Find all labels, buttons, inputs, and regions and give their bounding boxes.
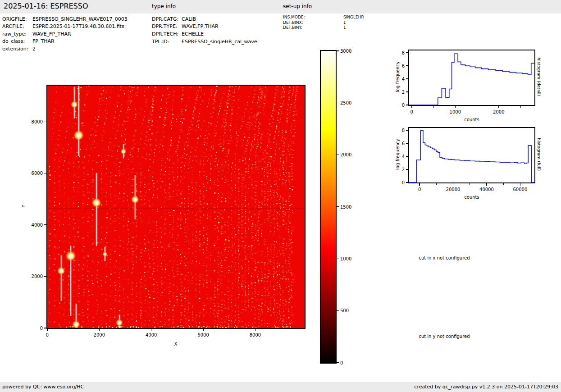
colorbar-tick-label: 1000 xyxy=(340,256,363,262)
setup-info-label: INS.MODE: xyxy=(283,15,305,19)
main-ytick xyxy=(44,224,46,225)
histogram_full-xtick-label: 40000 xyxy=(471,187,502,192)
histogram_detail-xminortick xyxy=(520,106,521,108)
histogram_full-ytick-label: 4 xyxy=(388,154,405,160)
file-info-value: WAVE_FP_THAR xyxy=(32,31,71,37)
file-info-value: ESPRE.2025-01-17T19:48:30.601.fits xyxy=(32,23,124,29)
histogram_full-ytick-label: 0 xyxy=(388,180,405,186)
raw-frame-canvas xyxy=(47,86,305,328)
histogram_detail-ytick-label: 2 xyxy=(388,89,405,95)
histogram_full-xtick xyxy=(453,183,453,186)
main-ytick xyxy=(44,122,46,122)
main-xtick-label: 2000 xyxy=(86,332,113,338)
hist-full-xlabel: counts xyxy=(449,195,494,200)
histogram_full-xtick xyxy=(419,183,420,186)
histogram_detail-xtick-label: 1000 xyxy=(439,109,471,115)
colorbar-tick xyxy=(337,206,339,207)
footer-left-text: powered by QC: www.eso.org/HC xyxy=(2,382,84,392)
histogram_detail-ytick xyxy=(406,105,408,105)
histogram_detail-ytick xyxy=(406,78,408,79)
colorbar-tick xyxy=(337,259,339,259)
file-info-label: ORIGFILE: xyxy=(2,16,27,22)
histogram_detail-xtick xyxy=(498,106,499,108)
colorbar-tick xyxy=(337,362,339,363)
main-ytick xyxy=(44,276,46,277)
histogram_full-xtick-label: 60000 xyxy=(504,187,536,192)
main-xtick xyxy=(203,329,203,331)
footer-right-text: created by qc_rawdisp.py v1.2.3 on 2025-… xyxy=(414,382,558,392)
type-info-label: TPL.ID: xyxy=(152,39,169,45)
hist-detail-xlabel: counts xyxy=(449,117,494,122)
type-info-value: WAVE,FP,THAR xyxy=(182,23,219,29)
colorbar-tick-label: 1500 xyxy=(340,204,363,210)
main-ytick-label: 6000 xyxy=(21,170,43,176)
histogram_detail-ytick xyxy=(406,91,408,92)
main-xtick xyxy=(47,329,47,331)
histogram_full-xtick-label: 0 xyxy=(404,187,435,192)
main-xlabel: X xyxy=(153,342,198,346)
histogram_full-xminortick xyxy=(503,183,504,185)
type-info-label: DPR.CATG: xyxy=(152,16,178,22)
setup-info-value: 1 xyxy=(343,20,346,25)
file-info-label: raw_type: xyxy=(2,31,27,37)
main-xtick-label: 4000 xyxy=(138,332,165,338)
type-info-label: DPR.TECH: xyxy=(152,31,178,37)
qc-report-page: 2025-01-16: ESPRESSO type info set-up in… xyxy=(0,0,561,392)
file-info-value: 2 xyxy=(32,46,36,52)
colorbar-tick xyxy=(337,103,339,103)
colorbar-tick xyxy=(337,155,339,155)
file-info-label: extension: xyxy=(2,46,28,52)
colorbar-tick-label: 2500 xyxy=(340,100,363,106)
histogram_detail-xtick-label: 0 xyxy=(396,109,428,115)
setup-info-heading: set-up info xyxy=(283,3,312,9)
histogram_full-ytick-label: 6 xyxy=(388,141,405,146)
histogram_full-path xyxy=(409,131,534,182)
setup-info-value: SINGLEHR xyxy=(343,15,364,19)
header-bar: 2025-01-16: ESPRESSO type info set-up in… xyxy=(0,0,561,14)
histogram-full-line xyxy=(409,128,534,182)
histogram_full-ytick xyxy=(406,169,408,169)
colorbar-tick-label: 0 xyxy=(340,360,363,366)
histogram_full-ytick xyxy=(406,143,408,143)
cut-x-note: cut in x not configured xyxy=(377,255,512,260)
hist-full-title: histogram (full) xyxy=(537,125,542,184)
type-info-value: ESPRESSO_singleHR_cal_wave xyxy=(182,39,257,45)
type-info-label: DPR.TYPE: xyxy=(152,23,178,29)
setup-info-value: 1 xyxy=(343,25,346,30)
histogram_full-ytick xyxy=(406,182,408,182)
type-info-value: CALIB xyxy=(182,16,196,22)
main-ytick xyxy=(44,328,46,328)
main-ytick-label: 4000 xyxy=(21,222,43,228)
main-ytick-label: 2000 xyxy=(21,273,43,279)
main-xtick-label: 0 xyxy=(34,332,61,338)
setup-info-label: DET.BINY: xyxy=(283,25,302,30)
histogram_detail-xtick xyxy=(411,106,412,108)
histogram_detail-ytick-label: 0 xyxy=(388,102,405,108)
histogram_full-ytick xyxy=(406,130,408,130)
type-info-heading: type info xyxy=(152,3,176,9)
colorbar-tick xyxy=(337,50,339,51)
cut-y-note: cut in y not configured xyxy=(377,334,512,339)
histogram_detail-xtick-label: 2000 xyxy=(483,109,515,115)
main-xtick-label: 8000 xyxy=(242,332,269,338)
histogram_full-xminortick xyxy=(470,183,470,185)
colorbar-tick-label: 500 xyxy=(340,308,363,314)
setup-info-label: DET.BINX: xyxy=(283,20,303,25)
file-info-value: FP_THAR xyxy=(32,38,55,44)
histogram_full-xtick xyxy=(520,183,520,186)
histogram_detail-xminortick xyxy=(433,106,434,108)
footer-bar: powered by QC: www.eso.org/HC created by… xyxy=(0,382,561,392)
hist-detail-title: histogram (detail) xyxy=(537,48,542,106)
histogram-detail-line xyxy=(409,50,534,105)
colorbar-tick-label: 2000 xyxy=(340,152,363,158)
file-info-label: do_class: xyxy=(2,38,25,44)
histogram_detail-ytick-label: 6 xyxy=(388,63,405,69)
histogram_detail-ytick xyxy=(406,52,408,53)
main-xtick xyxy=(255,329,255,331)
main-xtick xyxy=(151,329,151,331)
main-ytick-label: 0 xyxy=(21,325,43,331)
main-ytick-label: 8000 xyxy=(21,119,43,125)
main-ytick xyxy=(44,173,46,173)
histogram_detail-ytick-label: 4 xyxy=(388,76,405,82)
colorbar-tick-label: 3000 xyxy=(340,48,363,54)
